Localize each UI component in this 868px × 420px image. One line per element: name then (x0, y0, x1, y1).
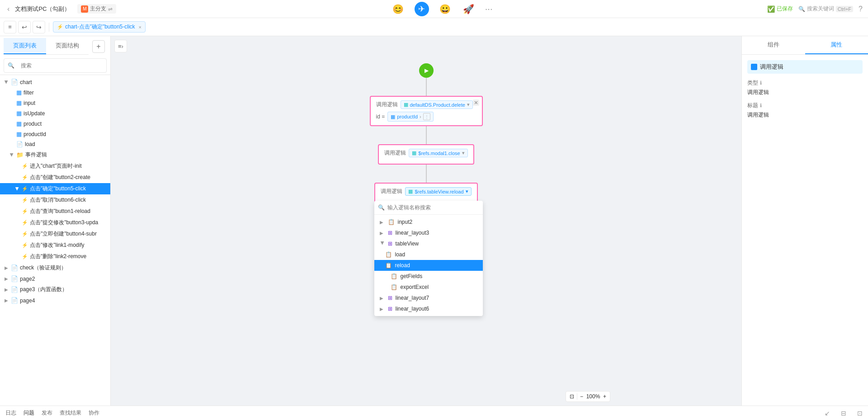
dropdown-label-getfields: getFields (400, 273, 422, 279)
topbar-right: ✅ 已保存 🔍 搜索关键词 Ctrl+F ? (767, 5, 863, 13)
tree-item-productid[interactable]: ▦ productId (0, 129, 110, 139)
dropdown-item-linear-layout7[interactable]: ▶ ⊞ linear_layout7 (374, 293, 483, 303)
undo-btn[interactable]: ↩ (18, 21, 31, 33)
flow-node-2-func-btn[interactable]: ▦ $refs.modal1.close ▾ (409, 149, 467, 157)
flow-node-1-param: id = (376, 113, 385, 120)
tree-icon-productid: ▦ (16, 131, 22, 137)
canvas-collapse-btn[interactable]: ≡› (114, 40, 127, 52)
tree-arrow-chart: ▶ (4, 80, 9, 85)
bottom-tab-publish[interactable]: 发布 (42, 407, 52, 419)
active-tab[interactable]: ⚡ chart-点击"确定"button5-click × (53, 21, 146, 33)
tree-item-page4[interactable]: ▶ 📄 page4 (0, 295, 110, 306)
more-button[interactable]: ··· (485, 4, 493, 14)
tree-item-input[interactable]: ▦ input (0, 98, 110, 108)
dropdown-item-reload[interactable]: 📋 reload (374, 260, 483, 271)
tree-item-chart[interactable]: ▶ 📄 chart (0, 77, 110, 87)
flow-node-1-delete-btn[interactable] (473, 99, 479, 107)
dropdown-icon-linear-layout3: ⊞ (388, 230, 392, 236)
flow-node-1-value-arrow: › (420, 114, 421, 119)
bottom-tab-collab[interactable]: 协作 (89, 407, 99, 419)
tab-component[interactable]: 组件 (742, 36, 805, 54)
dropdown-item-input2[interactable]: ▶ 📋 input2 (374, 217, 483, 227)
flow-node-2-func-label: $refs.modal1.close (418, 151, 460, 156)
tree-item-events[interactable]: ▶ 📁 事件逻辑 (0, 149, 110, 160)
icon-btn-4[interactable]: 🚀 (462, 2, 476, 16)
add-page-button[interactable]: + (92, 40, 105, 53)
emoji-icon: 😀 (439, 4, 451, 14)
redo-btn[interactable]: ↪ (33, 21, 45, 33)
tree-item-create[interactable]: ⚡ 点击"创建"button2-create (0, 172, 110, 183)
flow-node-3-wrapper: 调用逻辑 ▦ $refs.tableView.reload ▾ 🔍 (374, 183, 477, 203)
tree-icon-cancel: ⚡ (22, 197, 28, 203)
bottom-tab-issues[interactable]: 问题 (24, 407, 34, 419)
flow-node-1-label: 调用逻辑 (376, 101, 398, 109)
tree-icon-confirm: ⚡ (22, 186, 28, 192)
saved-label: 已保存 (777, 5, 793, 13)
dropdown-label-input2: input2 (397, 219, 412, 225)
dropdown-item-linear-layout6[interactable]: ▶ ⊞ linear_layout6 (374, 303, 483, 314)
tree-item-submit[interactable]: ⚡ 点击"提交修改"button3-upda (0, 217, 110, 228)
branch-selector[interactable]: M 主分支 ⇌ (77, 4, 116, 14)
tree-item-cancel[interactable]: ⚡ 点击"取消"button6-click (0, 194, 110, 206)
tree-item-query[interactable]: ⚡ 点击"查询"button1-reload (0, 206, 110, 217)
dropdown-search-icon: 🔍 (378, 204, 385, 211)
zoom-minus-btn[interactable]: − (580, 393, 583, 400)
collapse-btn[interactable]: ≡ (4, 21, 16, 33)
flow-start-node[interactable] (419, 63, 434, 78)
tree-item-isupdate[interactable]: ▦ isUpdate (0, 108, 110, 118)
tree-item-load[interactable]: 📄 load (0, 139, 110, 149)
tree-label-modify: 点击"修改"link1-modify (30, 241, 107, 249)
right-panel-content: 调用逻辑 类型 ℹ 调用逻辑 标题 ℹ 调用逻辑 (742, 55, 868, 406)
tree-item-page2[interactable]: ▶ 📄 page2 (0, 274, 110, 284)
tree-item-remove[interactable]: ⚡ 点击"删除"link2-remove (0, 251, 110, 262)
bottom-tab-find[interactable]: 查找结果 (60, 407, 81, 419)
flow-node-1-value-btn[interactable]: ▦ productId › ⋮ (387, 112, 434, 122)
dropdown-item-exportexcel[interactable]: 📋 exportExcel (374, 282, 483, 293)
bottom-icon-2[interactable]: ⊟ (841, 410, 846, 417)
dropdown-item-linear-layout3[interactable]: ▶ ⊞ linear_layout3 (374, 227, 483, 238)
tree-icon-isupdate: ▦ (16, 110, 22, 117)
tab-page-list[interactable]: 页面列表 (4, 38, 46, 54)
flow-node-1-func-btn[interactable]: ▦ defaultDS.Product.delete ▾ (401, 100, 473, 109)
tab-page-structure[interactable]: 页面结构 (46, 38, 89, 54)
logic-dropdown: 🔍 ▶ 📋 input2 ▶ ⊞ (374, 201, 483, 316)
tree-item-instant-create[interactable]: ⚡ 点击"立即创建"button4-subr (0, 228, 110, 240)
tree-label-init: 进入"chart"页面时-init (30, 162, 107, 170)
tree-icon-query: ⚡ (22, 208, 28, 214)
bottom-icon-1[interactable]: ↙ (825, 410, 830, 417)
tab-close-btn[interactable]: × (139, 24, 142, 30)
icon-btn-2[interactable]: ✈ (415, 2, 429, 16)
dropdown-item-tableview[interactable]: ▶ ⊞ tableView (374, 238, 483, 249)
tree-item-modify[interactable]: ⚡ 点击"修改"link1-modify (0, 240, 110, 251)
page-search-input[interactable] (17, 61, 103, 71)
bottom-tab-log[interactable]: 日志 (5, 407, 16, 419)
tree-item-product[interactable]: ▦ product (0, 118, 110, 129)
icon-btn-1[interactable]: 😊 (391, 2, 406, 16)
tree-label-remove: 点击"删除"link2-remove (30, 253, 107, 260)
search-button[interactable]: 🔍 搜索关键词 Ctrl+F (798, 5, 853, 13)
tree-item-page3[interactable]: ▶ 📄 page3（内置函数） (0, 284, 110, 295)
zoom-fit-icon[interactable]: ⊡ (570, 393, 574, 400)
help-button[interactable]: ? (859, 5, 863, 13)
search-icon: 🔍 (798, 6, 805, 12)
flow-node-1-more-btn[interactable]: ⋮ (423, 113, 430, 120)
flow-node-3-label: 调用逻辑 (381, 188, 402, 195)
dropdown-item-getfields[interactable]: 📋 getFields (374, 271, 483, 282)
bottom-icon-3[interactable]: ⊡ (857, 410, 863, 417)
right-panel: 组件 属性 调用逻辑 类型 ℹ 调用逻辑 标题 (741, 36, 868, 406)
tree-icon-filter: ▦ (16, 89, 22, 96)
zoom-plus-btn[interactable]: + (603, 393, 606, 400)
tree-item-check[interactable]: ▶ 📄 check（验证规则） (0, 262, 110, 274)
flow-node-1-func-arrow: ▾ (467, 102, 470, 108)
tree-item-filter[interactable]: ▦ filter (0, 87, 110, 98)
dropdown-item-load[interactable]: 📋 load (374, 249, 483, 260)
back-button[interactable]: ‹ (5, 3, 11, 15)
tree-arrow-page4: ▶ (4, 298, 9, 303)
flow-node-3-func-btn[interactable]: ▦ $refs.tableView.reload ▾ (405, 187, 471, 196)
dropdown-search-input[interactable] (387, 204, 479, 211)
icon-btn-3[interactable]: 😀 (438, 2, 453, 16)
tab-properties[interactable]: 属性 (805, 36, 868, 54)
tree-item-confirm[interactable]: ▶ ⚡ 点击"确定"button5-click (0, 183, 110, 194)
flow-node-1-func-label: defaultDS.Product.delete (410, 102, 465, 108)
tree-item-init[interactable]: ⚡ 进入"chart"页面时-init (0, 160, 110, 172)
